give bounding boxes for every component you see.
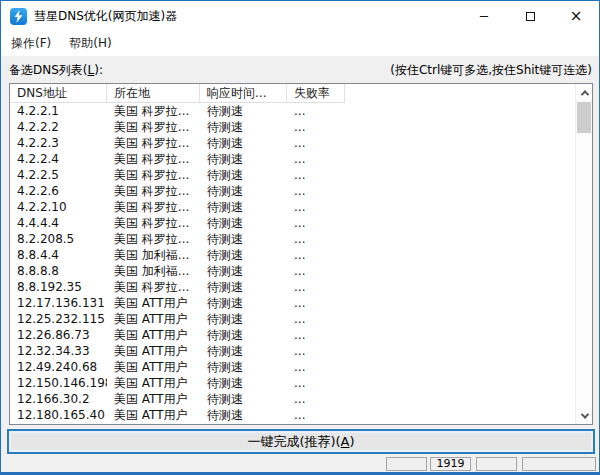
column-header-location[interactable]: 所在地: [107, 84, 200, 103]
table-row[interactable]: 8.8.192.35美国 科罗拉...待测速...: [10, 279, 575, 295]
cell-response: 待测速: [200, 119, 287, 135]
cell-address: 8.8.8.8: [10, 263, 107, 279]
cell-response: 待测速: [200, 391, 287, 407]
cell-response: 待测速: [200, 263, 287, 279]
table-row[interactable]: 8.8.4.4美国 加利福...待测速...: [10, 247, 575, 263]
table-row[interactable]: 8.8.8.8美国 加利福...待测速...: [10, 263, 575, 279]
cell-address: 4.2.2.4: [10, 151, 107, 167]
cell-response: 待测速: [200, 247, 287, 263]
dns-table: DNS地址 所在地 响应时间... 失败率 4.2.2.1美国 科罗拉...待测…: [9, 83, 593, 425]
cell-fail_rate: ...: [287, 199, 345, 215]
status-panel-3: [476, 457, 517, 471]
cell-response: 待测速: [200, 215, 287, 231]
cell-address: 12.180.165.40: [10, 407, 107, 423]
cell-location: 美国 ATT用户: [107, 359, 200, 375]
cell-address: 12.32.34.33: [10, 343, 107, 359]
scroll-up-button[interactable]: [576, 84, 593, 101]
cell-address: 12.17.136.131: [10, 295, 107, 311]
table-row[interactable]: 12.17.136.131美国 ATT用户待测速...: [10, 295, 575, 311]
cell-fail_rate: ...: [287, 167, 345, 183]
list-label-row: 备选DNS列表(L): (按住Ctrl键可多选,按住Shit键可连选): [1, 56, 599, 83]
cell-location: 美国 科罗拉...: [107, 199, 200, 215]
menu-item-help[interactable]: 帮助(H): [60, 31, 120, 56]
table-row[interactable]: 4.2.2.10美国 科罗拉...待测速...: [10, 199, 575, 215]
table-row[interactable]: 12.25.232.115美国 ATT用户待测速...: [10, 311, 575, 327]
menu-item-operation[interactable]: 操作(F): [2, 31, 60, 56]
cell-address: 4.2.2.5: [10, 167, 107, 183]
cell-address: 12.166.30.2: [10, 391, 107, 407]
cell-address: 4.2.2.6: [10, 183, 107, 199]
cell-address: 12.49.240.68: [10, 359, 107, 375]
cell-response: 待测速: [200, 359, 287, 375]
cell-address: 8.8.4.4: [10, 247, 107, 263]
window-title: 彗星DNS优化(网页加速)器: [34, 8, 177, 25]
cell-response: 待测速: [200, 343, 287, 359]
cell-address: 4.2.2.2: [10, 119, 107, 135]
cell-response: 待测速: [200, 375, 287, 391]
table-row[interactable]: 12.180.165.40美国 ATT用户待测速...: [10, 407, 575, 423]
table-row[interactable]: 12.26.86.73美国 ATT用户待测速...: [10, 327, 575, 343]
table-row[interactable]: 4.4.4.4美国 科罗拉...待测速...: [10, 215, 575, 231]
table-row[interactable]: 12.32.34.33美国 ATT用户待测速...: [10, 343, 575, 359]
cell-fail_rate: ...: [287, 375, 345, 391]
column-header-response-time[interactable]: 响应时间...: [200, 84, 287, 103]
vertical-scrollbar[interactable]: [575, 84, 592, 424]
chevron-down-icon: [580, 410, 588, 418]
cell-response: 待测速: [200, 327, 287, 343]
maximize-button[interactable]: [507, 1, 553, 31]
cell-fail_rate: ...: [287, 391, 345, 407]
cell-address: 8.8.192.35: [10, 279, 107, 295]
cell-address: 12.150.146.198: [10, 375, 107, 391]
cell-response: 待测速: [200, 279, 287, 295]
menu-bar: 操作(F) 帮助(H): [1, 31, 599, 56]
cell-response: 待测速: [200, 167, 287, 183]
one-click-finish-button[interactable]: 一键完成(推荐)(A): [7, 429, 595, 454]
table-row[interactable]: 12.181.181.98美国 ATT用户待测速...: [10, 423, 575, 424]
table-row[interactable]: 4.2.2.2美国 科罗拉...待测速...: [10, 119, 575, 135]
cell-address: 4.2.2.3: [10, 135, 107, 151]
table-row[interactable]: 4.2.2.6美国 科罗拉...待测速...: [10, 183, 575, 199]
app-window: 彗星DNS优化(网页加速)器 ─ × 操作(F) 帮助(H) 备选DNS列表(L…: [0, 0, 600, 475]
cell-response: 待测速: [200, 407, 287, 423]
cell-fail_rate: ...: [287, 343, 345, 359]
column-header-dns-address[interactable]: DNS地址: [10, 84, 107, 103]
cell-response: 待测速: [200, 423, 287, 424]
cell-address: 8.2.208.5: [10, 231, 107, 247]
lightning-icon: [13, 10, 24, 23]
cell-response: 待测速: [200, 135, 287, 151]
cell-location: 美国 ATT用户: [107, 311, 200, 327]
button-label-key: A: [341, 434, 350, 449]
table-header: DNS地址 所在地 响应时间... 失败率: [10, 84, 592, 103]
dns-list-label-pre: 备选DNS列表(: [9, 63, 88, 77]
status-panel-4: [522, 457, 596, 471]
table-row[interactable]: 12.150.146.198美国 ATT用户待测速...: [10, 375, 575, 391]
cell-location: 美国 ATT用户: [107, 327, 200, 343]
table-row[interactable]: 4.2.2.4美国 科罗拉...待测速...: [10, 151, 575, 167]
table-row[interactable]: 12.166.30.2美国 ATT用户待测速...: [10, 391, 575, 407]
table-row[interactable]: 12.49.240.68美国 ATT用户待测速...: [10, 359, 575, 375]
cell-location: 美国 科罗拉...: [107, 167, 200, 183]
column-header-fail-rate[interactable]: 失败率: [287, 84, 345, 103]
cell-fail_rate: ...: [287, 183, 345, 199]
cell-location: 美国 加利福...: [107, 247, 200, 263]
cell-fail_rate: ...: [287, 359, 345, 375]
cell-response: 待测速: [200, 103, 287, 119]
cell-address: 12.181.181.98: [10, 423, 107, 424]
cell-location: 美国 ATT用户: [107, 423, 200, 424]
table-row[interactable]: 4.2.2.1美国 科罗拉...待测速...: [10, 103, 575, 119]
table-row[interactable]: 4.2.2.3美国 科罗拉...待测速...: [10, 135, 575, 151]
cell-fail_rate: ...: [287, 215, 345, 231]
minimize-button[interactable]: ─: [461, 1, 507, 31]
scroll-down-button[interactable]: [576, 407, 593, 424]
scrollbar-thumb[interactable]: [577, 102, 591, 133]
table-row[interactable]: 4.2.2.5美国 科罗拉...待测速...: [10, 167, 575, 183]
cell-location: 美国 科罗拉...: [107, 119, 200, 135]
cell-location: 美国 加利福...: [107, 263, 200, 279]
cell-fail_rate: ...: [287, 247, 345, 263]
selection-hint: (按住Ctrl键可多选,按住Shit键可连选): [390, 62, 592, 79]
close-button[interactable]: ×: [553, 1, 599, 31]
cell-fail_rate: ...: [287, 151, 345, 167]
cell-fail_rate: ...: [287, 295, 345, 311]
cell-fail_rate: ...: [287, 423, 345, 424]
table-row[interactable]: 8.2.208.5美国 科罗拉...待测速...: [10, 231, 575, 247]
